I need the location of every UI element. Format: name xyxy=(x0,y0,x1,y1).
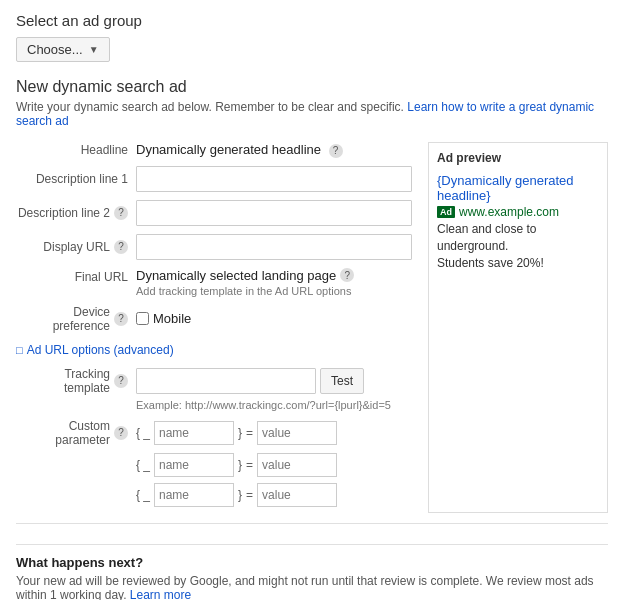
ad-badge: Ad xyxy=(437,206,455,218)
param-group-2: { _ } = xyxy=(136,453,337,477)
test-button[interactable]: Test xyxy=(320,368,364,394)
desc2-label: Description line 2 ? xyxy=(16,206,136,220)
divider xyxy=(16,523,608,524)
open-brace-2: { _ xyxy=(136,458,150,472)
choose-button[interactable]: Choose... ▼ xyxy=(16,37,110,62)
headline-label: Headline xyxy=(16,143,136,157)
headline-row: Headline Dynamically generated headline … xyxy=(16,142,412,158)
desc1-input[interactable] xyxy=(136,166,412,192)
ad-preview-description: Clean and close to underground.Students … xyxy=(437,221,599,271)
device-help-icon[interactable]: ? xyxy=(114,312,128,326)
param-group-1: { _ } = xyxy=(136,421,337,445)
form-section: Headline Dynamically generated headline … xyxy=(16,142,412,513)
headline-help-icon[interactable]: ? xyxy=(329,144,343,158)
ad-url-options-link[interactable]: Ad URL options (advanced) xyxy=(27,343,174,357)
device-mobile-label: Mobile xyxy=(153,311,191,326)
display-url-value xyxy=(136,234,412,260)
desc1-row: Description line 1 xyxy=(16,166,412,192)
final-url-label-text: Final URL xyxy=(75,270,128,284)
custom-param-label-text: Custom parameter xyxy=(16,419,110,447)
ad-preview-title: Ad preview xyxy=(437,151,599,165)
display-url-label: Display URL ? xyxy=(16,240,136,254)
what-next-link[interactable]: Learn more xyxy=(130,588,191,601)
ad-preview: Ad preview {Dynamically generated headli… xyxy=(428,142,608,513)
main-area: Headline Dynamically generated headline … xyxy=(16,142,608,513)
desc1-value xyxy=(136,166,412,192)
desc2-help-icon[interactable]: ? xyxy=(114,206,128,220)
display-url-input[interactable] xyxy=(136,234,412,260)
tracking-example: Example: http://www.trackingc.com/?url={… xyxy=(136,399,412,411)
new-ad-title: New dynamic search ad xyxy=(16,78,608,96)
select-ad-group-label: Select an ad group xyxy=(16,12,608,29)
equals-2: = xyxy=(246,458,253,472)
subtitle: Write your dynamic search ad below. Reme… xyxy=(16,100,608,128)
desc1-label: Description line 1 xyxy=(16,172,136,186)
display-url-row: Display URL ? xyxy=(16,234,412,260)
ad-preview-headline: {Dynamically generated headline} xyxy=(437,173,599,203)
ad-url: www.example.com xyxy=(459,205,559,219)
custom-param-label: Custom parameter ? xyxy=(16,419,136,447)
dropdown-arrow-icon: ▼ xyxy=(89,44,99,55)
desc2-value xyxy=(136,200,412,226)
display-url-help-icon[interactable]: ? xyxy=(114,240,128,254)
device-value: Mobile xyxy=(136,311,191,326)
subtitle-text: Write your dynamic search ad below. Reme… xyxy=(16,100,404,114)
close-brace-1: } xyxy=(238,426,242,440)
custom-param-row-1: Custom parameter ? { _ } = xyxy=(16,419,412,447)
custom-param-help-icon[interactable]: ? xyxy=(114,426,128,440)
device-label-text: Device preference xyxy=(16,305,110,333)
new-ad-section: New dynamic search ad Write your dynamic… xyxy=(16,78,608,128)
desc2-label-text: Description line 2 xyxy=(18,206,110,220)
device-checkbox[interactable] xyxy=(136,312,149,325)
equals-1: = xyxy=(246,426,253,440)
what-next-text: Your new ad will be reviewed by Google, … xyxy=(16,574,608,601)
param-value-input-1[interactable] xyxy=(257,421,337,445)
what-next: What happens next? Your new ad will be r… xyxy=(16,544,608,601)
minus-icon: □ xyxy=(16,344,23,356)
tracking-label-text: Tracking template xyxy=(16,367,110,395)
custom-param-row-3: { _ } = xyxy=(16,483,412,507)
select-ad-group-section: Select an ad group Choose... ▼ xyxy=(16,12,608,78)
desc2-input[interactable] xyxy=(136,200,412,226)
open-brace-3: { _ xyxy=(136,488,150,502)
tracking-input-group: Test xyxy=(136,368,364,394)
final-url-row: Final URL Dynamically selected landing p… xyxy=(16,268,412,297)
param-name-input-2[interactable] xyxy=(154,453,234,477)
custom-param-row-2: { _ } = xyxy=(16,453,412,477)
tracking-row: Tracking template ? Test xyxy=(16,367,412,395)
device-row: Device preference ? Mobile xyxy=(16,305,412,333)
final-url-label: Final URL xyxy=(16,268,136,284)
display-url-label-text: Display URL xyxy=(43,240,110,254)
final-url-help-icon[interactable]: ? xyxy=(340,268,354,282)
param-name-input-1[interactable] xyxy=(154,421,234,445)
param-group-3: { _ } = xyxy=(136,483,337,507)
ad-preview-url-line: Ad www.example.com xyxy=(437,205,599,219)
headline-value: Dynamically generated headline ? xyxy=(136,142,412,158)
final-url-static: Dynamically selected landing page xyxy=(136,268,336,283)
tracking-label: Tracking template ? xyxy=(16,367,136,395)
close-brace-2: } xyxy=(238,458,242,472)
final-url-value: Dynamically selected landing page ? Add … xyxy=(136,268,412,297)
choose-label: Choose... xyxy=(27,42,83,57)
page-container: Select an ad group Choose... ▼ New dynam… xyxy=(16,12,608,600)
param-value-input-3[interactable] xyxy=(257,483,337,507)
tracking-input[interactable] xyxy=(136,368,316,394)
what-next-title: What happens next? xyxy=(16,555,608,570)
param-value-input-2[interactable] xyxy=(257,453,337,477)
open-brace-1: { _ xyxy=(136,426,150,440)
ad-url-options[interactable]: □ Ad URL options (advanced) xyxy=(16,343,412,357)
tracking-help-icon[interactable]: ? xyxy=(114,374,128,388)
device-label: Device preference ? xyxy=(16,305,136,333)
param-name-input-3[interactable] xyxy=(154,483,234,507)
headline-static: Dynamically generated headline xyxy=(136,142,321,157)
final-url-sub: Add tracking template in the Ad URL opti… xyxy=(136,285,412,297)
close-brace-3: } xyxy=(238,488,242,502)
equals-3: = xyxy=(246,488,253,502)
what-next-body: Your new ad will be reviewed by Google, … xyxy=(16,574,594,601)
desc2-row: Description line 2 ? xyxy=(16,200,412,226)
